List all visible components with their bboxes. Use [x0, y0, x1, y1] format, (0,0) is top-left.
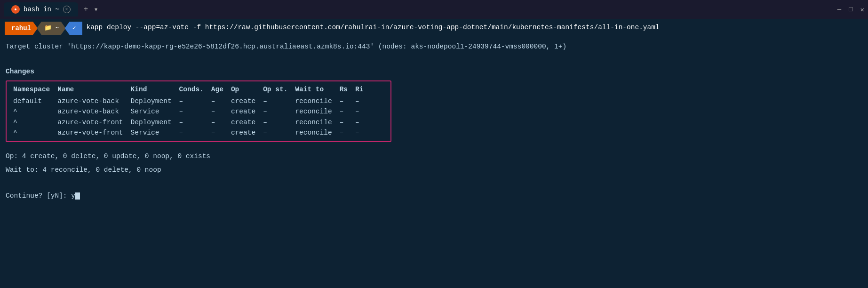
table-cell: – [263, 96, 295, 106]
col-namespace: Namespace [13, 84, 57, 96]
col-rs: Rs [340, 84, 355, 96]
table-cell: – [355, 128, 371, 138]
table-cell: create [231, 117, 263, 128]
table-cell: – [179, 96, 211, 106]
table-cell: – [340, 106, 355, 117]
cursor [75, 192, 80, 200]
table-cell: azure-vote-back [57, 106, 130, 117]
table-cell: Service [131, 106, 179, 117]
table-cell: – [211, 96, 231, 106]
table-cell: reconcile [295, 117, 339, 128]
blank-line-1 [6, 52, 862, 62]
active-tab[interactable]: bash in ~ × [4, 2, 78, 16]
title-bar-actions: + ▾ [84, 5, 98, 14]
continue-text: Continue? [yN]: y [6, 192, 75, 200]
table-cell: azure-vote-back [57, 96, 130, 106]
prompt-command: kapp deploy --app=az-vote -f https://raw… [86, 22, 863, 33]
col-waitto: Wait to [295, 84, 339, 96]
folder-icon: 📁 [44, 24, 52, 32]
table-cell: ^ [13, 106, 57, 117]
table-cell: Deployment [131, 117, 179, 128]
title-bar: bash in ~ × + ▾ — □ ✕ [0, 0, 868, 19]
table-cell: ^ [13, 128, 57, 138]
blank-line-2 [6, 175, 862, 185]
table-cell: reconcile [295, 128, 339, 138]
ubuntu-icon [11, 5, 20, 14]
terminal-window: bash in ~ × + ▾ — □ ✕ rahul 📁 ~ ✓ kapp d… [0, 0, 868, 288]
changes-label: Changes [6, 66, 862, 77]
prompt-badges: rahul 📁 ~ ✓ [5, 22, 82, 35]
col-conds: Conds. [179, 84, 211, 96]
table-cell: – [340, 96, 355, 106]
table-cell: default [13, 96, 57, 106]
table-cell: – [211, 106, 231, 117]
col-opst: Op st. [263, 84, 295, 96]
table-cell: ^ [13, 117, 57, 128]
table-cell: create [231, 96, 263, 106]
table-cell: – [179, 128, 211, 138]
table-cell: reconcile [295, 96, 339, 106]
table-cell: azure-vote-front [57, 128, 130, 138]
table-cell: azure-vote-front [57, 117, 130, 128]
table-cell: reconcile [295, 106, 339, 117]
directory-badge: 📁 ~ [37, 22, 66, 35]
table-cell: – [340, 117, 355, 128]
continue-prompt-line: Continue? [yN]: y [6, 191, 862, 201]
table-row: defaultazure-vote-backDeployment––create… [13, 96, 371, 106]
table-row: ^azure-vote-frontService––create–reconci… [13, 128, 371, 138]
user-badge: rahul [5, 22, 38, 35]
table-cell: create [231, 106, 263, 117]
maximize-button[interactable]: □ [849, 6, 852, 13]
col-op: Op [231, 84, 263, 96]
table-cell: – [355, 106, 371, 117]
new-tab-button[interactable]: + [84, 5, 88, 14]
table-cell: – [263, 128, 295, 138]
close-button[interactable]: ✕ [860, 6, 864, 14]
tab-dropdown-button[interactable]: ▾ [94, 5, 98, 14]
target-cluster-line: Target cluster 'https://kapp-demo-kapp-r… [6, 41, 862, 52]
table-cell: – [211, 128, 231, 138]
table-cell: – [179, 106, 211, 117]
table-cell: – [340, 128, 355, 138]
table-cell: – [179, 117, 211, 128]
table-cell: – [211, 117, 231, 128]
svg-point-1 [15, 8, 16, 10]
table-header-row: Namespace Name Kind Conds. Age Op Op st.… [13, 84, 371, 96]
table-cell: – [263, 117, 295, 128]
table-row: ^azure-vote-backService––create–reconcil… [13, 106, 371, 117]
window-controls: — □ ✕ [837, 6, 864, 14]
col-ri: Ri [355, 84, 371, 96]
op-summary-line: Op: 4 create, 0 delete, 0 update, 0 noop… [6, 151, 862, 161]
changes-table: Namespace Name Kind Conds. Age Op Op st.… [13, 84, 371, 138]
prompt-bar: rahul 📁 ~ ✓ kapp deploy --app=az-vote -f… [0, 19, 868, 38]
tab-title: bash in ~ [24, 6, 59, 13]
table-cell: – [355, 117, 371, 128]
minimize-button[interactable]: — [837, 6, 841, 13]
table-cell: – [355, 96, 371, 106]
table-cell: Deployment [131, 96, 179, 106]
table-row: ^azure-vote-frontDeployment––create–reco… [13, 117, 371, 128]
col-age: Age [211, 84, 231, 96]
table-cell: – [263, 106, 295, 117]
col-kind: Kind [131, 84, 179, 96]
table-cell: create [231, 128, 263, 138]
wait-summary-line: Wait to: 4 reconcile, 0 delete, 0 noop [6, 165, 862, 175]
table-cell: Service [131, 128, 179, 138]
col-name: Name [57, 84, 130, 96]
check-badge: ✓ [65, 22, 83, 35]
tab-close-button[interactable]: × [63, 6, 71, 13]
changes-table-wrapper: Namespace Name Kind Conds. Age Op Op st.… [6, 80, 391, 142]
terminal-content: Target cluster 'https://kapp-demo-kapp-r… [0, 38, 868, 288]
